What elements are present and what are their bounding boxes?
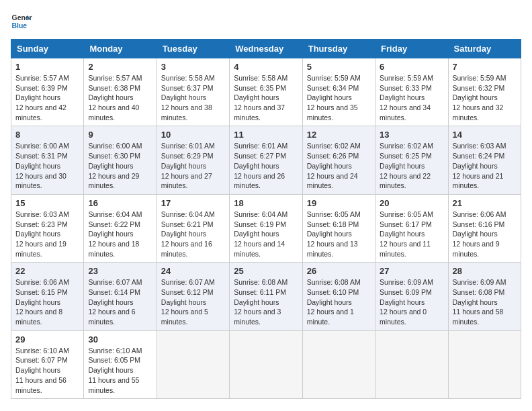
day-cell-9: 9 Sunrise: 6:00 AM Sunset: 6:30 PM Dayli… (84, 126, 157, 194)
empty-cell (302, 330, 375, 398)
day-number: 5 (307, 62, 371, 72)
day-cell-18: 18 Sunrise: 6:04 AM Sunset: 6:19 PM Dayl… (230, 194, 302, 262)
day-cell-1: 1 Sunrise: 5:57 AM Sunset: 6:39 PM Dayli… (11, 58, 84, 126)
day-info: Sunrise: 6:03 AM Sunset: 6:24 PM Dayligh… (453, 141, 517, 190)
day-info: Sunrise: 6:05 AM Sunset: 6:17 PM Dayligh… (380, 210, 443, 259)
day-info: Sunrise: 6:04 AM Sunset: 6:21 PM Dayligh… (161, 210, 225, 259)
day-number: 20 (380, 198, 443, 208)
empty-cell (230, 330, 302, 398)
day-number: 24 (161, 266, 225, 276)
day-cell-23: 23 Sunrise: 6:07 AM Sunset: 6:14 PM Dayl… (84, 263, 157, 330)
svg-text:Blue: Blue (12, 22, 28, 30)
day-cell-28: 28 Sunrise: 6:09 AM Sunset: 6:08 PM Dayl… (448, 263, 521, 330)
day-cell-11: 11 Sunrise: 6:01 AM Sunset: 6:27 PM Dayl… (230, 126, 302, 194)
day-info: Sunrise: 6:02 AM Sunset: 6:25 PM Dayligh… (380, 141, 443, 190)
day-info: Sunrise: 6:05 AM Sunset: 6:18 PM Dayligh… (307, 210, 371, 259)
day-number: 28 (453, 266, 517, 276)
calendar: SundayMondayTuesdayWednesdayThursdayFrid… (11, 39, 521, 399)
day-info: Sunrise: 6:04 AM Sunset: 6:22 PM Dayligh… (88, 210, 152, 259)
day-number: 27 (380, 266, 443, 276)
day-info: Sunrise: 6:06 AM Sunset: 6:15 PM Dayligh… (15, 277, 79, 326)
day-cell-19: 19 Sunrise: 6:05 AM Sunset: 6:18 PM Dayl… (302, 194, 375, 262)
day-cell-5: 5 Sunrise: 5:59 AM Sunset: 6:34 PM Dayli… (302, 58, 375, 126)
empty-cell (448, 330, 521, 398)
day-number: 11 (234, 130, 298, 140)
day-number: 1 (15, 62, 79, 72)
header: General Blue (11, 11, 521, 32)
calendar-week-4: 29 Sunrise: 6:10 AM Sunset: 6:07 PM Dayl… (11, 330, 521, 398)
day-number: 3 (161, 62, 225, 72)
empty-cell (157, 330, 229, 398)
day-info: Sunrise: 5:59 AM Sunset: 6:32 PM Dayligh… (453, 73, 517, 122)
day-info: Sunrise: 6:06 AM Sunset: 6:16 PM Dayligh… (453, 210, 517, 259)
logo: General Blue (11, 11, 32, 32)
day-number: 29 (15, 334, 79, 345)
day-info: Sunrise: 5:58 AM Sunset: 6:35 PM Dayligh… (234, 73, 298, 122)
day-number: 14 (453, 130, 517, 140)
day-cell-15: 15 Sunrise: 6:03 AM Sunset: 6:23 PM Dayl… (11, 194, 84, 262)
day-info: Sunrise: 6:07 AM Sunset: 6:14 PM Dayligh… (88, 277, 152, 326)
day-number: 17 (161, 198, 225, 208)
weekday-header-thursday: Thursday (302, 40, 375, 58)
day-info: Sunrise: 6:00 AM Sunset: 6:31 PM Dayligh… (15, 141, 79, 190)
day-info: Sunrise: 6:07 AM Sunset: 6:12 PM Dayligh… (161, 277, 225, 326)
day-cell-30: 30 Sunrise: 6:10 AM Sunset: 6:05 PM Dayl… (84, 330, 157, 398)
calendar-week-0: 1 Sunrise: 5:57 AM Sunset: 6:39 PM Dayli… (11, 58, 521, 126)
logo-icon: General Blue (11, 11, 32, 32)
weekday-header-friday: Friday (375, 40, 448, 58)
day-number: 6 (380, 62, 443, 72)
day-number: 23 (88, 266, 152, 276)
day-info: Sunrise: 6:09 AM Sunset: 6:09 PM Dayligh… (380, 277, 443, 326)
day-info: Sunrise: 6:10 AM Sunset: 6:05 PM Dayligh… (88, 346, 152, 395)
day-cell-29: 29 Sunrise: 6:10 AM Sunset: 6:07 PM Dayl… (11, 330, 84, 398)
day-number: 30 (88, 334, 152, 345)
day-cell-2: 2 Sunrise: 5:57 AM Sunset: 6:38 PM Dayli… (84, 58, 157, 126)
day-info: Sunrise: 5:59 AM Sunset: 6:33 PM Dayligh… (380, 73, 443, 122)
day-info: Sunrise: 6:08 AM Sunset: 6:11 PM Dayligh… (234, 277, 298, 326)
day-number: 2 (88, 62, 152, 72)
day-cell-27: 27 Sunrise: 6:09 AM Sunset: 6:09 PM Dayl… (375, 263, 448, 330)
day-number: 16 (88, 198, 152, 208)
weekday-header-row: SundayMondayTuesdayWednesdayThursdayFrid… (11, 40, 521, 58)
empty-cell (375, 330, 448, 398)
weekday-header-monday: Monday (84, 40, 157, 58)
day-cell-3: 3 Sunrise: 5:58 AM Sunset: 6:37 PM Dayli… (157, 58, 229, 126)
day-number: 15 (15, 198, 79, 208)
day-number: 26 (307, 266, 371, 276)
day-cell-20: 20 Sunrise: 6:05 AM Sunset: 6:17 PM Dayl… (375, 194, 448, 262)
day-cell-7: 7 Sunrise: 5:59 AM Sunset: 6:32 PM Dayli… (448, 58, 521, 126)
day-cell-25: 25 Sunrise: 6:08 AM Sunset: 6:11 PM Dayl… (230, 263, 302, 330)
day-info: Sunrise: 6:09 AM Sunset: 6:08 PM Dayligh… (453, 277, 517, 326)
day-cell-26: 26 Sunrise: 6:08 AM Sunset: 6:10 PM Dayl… (302, 263, 375, 330)
day-number: 7 (453, 62, 517, 72)
day-info: Sunrise: 6:04 AM Sunset: 6:19 PM Dayligh… (234, 210, 298, 259)
day-cell-17: 17 Sunrise: 6:04 AM Sunset: 6:21 PM Dayl… (157, 194, 229, 262)
day-number: 4 (234, 62, 298, 72)
day-cell-4: 4 Sunrise: 5:58 AM Sunset: 6:35 PM Dayli… (230, 58, 302, 126)
weekday-header-sunday: Sunday (11, 40, 84, 58)
day-cell-13: 13 Sunrise: 6:02 AM Sunset: 6:25 PM Dayl… (375, 126, 448, 194)
day-info: Sunrise: 6:08 AM Sunset: 6:10 PM Dayligh… (307, 277, 371, 326)
day-info: Sunrise: 5:58 AM Sunset: 6:37 PM Dayligh… (161, 73, 225, 122)
weekday-header-tuesday: Tuesday (157, 40, 229, 58)
day-info: Sunrise: 6:01 AM Sunset: 6:27 PM Dayligh… (234, 141, 298, 190)
day-cell-8: 8 Sunrise: 6:00 AM Sunset: 6:31 PM Dayli… (11, 126, 84, 194)
day-number: 18 (234, 198, 298, 208)
day-info: Sunrise: 6:03 AM Sunset: 6:23 PM Dayligh… (15, 210, 79, 259)
calendar-week-2: 15 Sunrise: 6:03 AM Sunset: 6:23 PM Dayl… (11, 194, 521, 262)
day-number: 12 (307, 130, 371, 140)
day-info: Sunrise: 6:01 AM Sunset: 6:29 PM Dayligh… (161, 141, 225, 190)
day-cell-22: 22 Sunrise: 6:06 AM Sunset: 6:15 PM Dayl… (11, 263, 84, 330)
day-cell-10: 10 Sunrise: 6:01 AM Sunset: 6:29 PM Dayl… (157, 126, 229, 194)
day-cell-14: 14 Sunrise: 6:03 AM Sunset: 6:24 PM Dayl… (448, 126, 521, 194)
day-number: 21 (453, 198, 517, 208)
calendar-week-3: 22 Sunrise: 6:06 AM Sunset: 6:15 PM Dayl… (11, 263, 521, 330)
day-info: Sunrise: 5:59 AM Sunset: 6:34 PM Dayligh… (307, 73, 371, 122)
weekday-header-saturday: Saturday (448, 40, 521, 58)
day-number: 25 (234, 266, 298, 276)
day-cell-6: 6 Sunrise: 5:59 AM Sunset: 6:33 PM Dayli… (375, 58, 448, 126)
day-number: 10 (161, 130, 225, 140)
day-info: Sunrise: 6:00 AM Sunset: 6:30 PM Dayligh… (88, 141, 152, 190)
weekday-header-wednesday: Wednesday (230, 40, 302, 58)
day-cell-21: 21 Sunrise: 6:06 AM Sunset: 6:16 PM Dayl… (448, 194, 521, 262)
